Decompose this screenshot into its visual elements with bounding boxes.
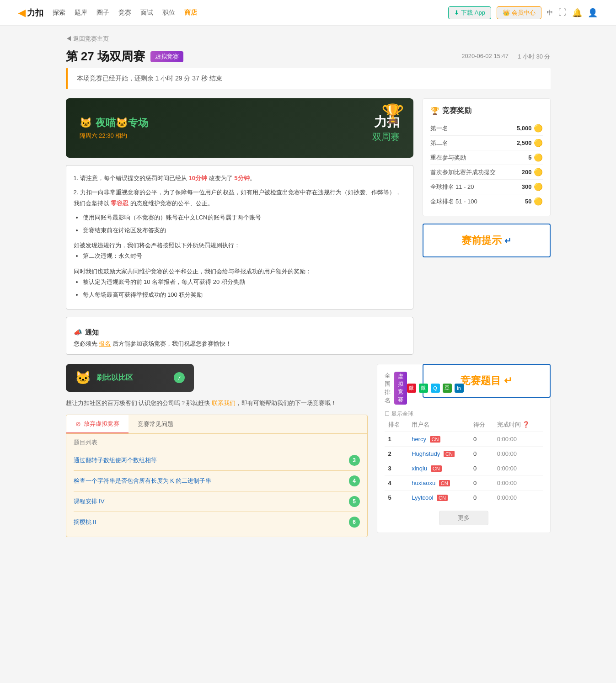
breadcrumb[interactable]: 返回竞赛主页 [66,35,551,43]
problem-row-2: 检查一个字符串是否包含所有长度为 K 的二进制子串 4 [74,471,360,491]
notice-title: 📣 通知 [74,328,406,337]
logo[interactable]: ◀ 力扣 [18,7,43,18]
lb-time-3: 0:00:00 [493,475,543,490]
lb-user-4[interactable]: Lyytcool CN [408,490,470,505]
left-column: 🐱 夜喵🐱专场 隔周六 22:30 相约 力扣 双周赛 🏆 1. 请注意，每个错… [66,98,413,355]
virtual-badge: 虚拟竞赛 [150,51,183,62]
lb-tab-virtual[interactable]: 虚拟竞赛 [394,372,407,405]
coin-icon-3: 🟡 [534,153,543,162]
problem-name-3[interactable]: 课程安排 IV [74,497,105,506]
vip-center-button[interactable]: 👑 会员中心 [497,6,541,19]
prize-val-3: 5🟡 [528,153,542,162]
nav-discuss[interactable]: 圈子 [96,9,109,17]
lb-tab-national[interactable]: 全国排名 [385,372,391,405]
tab-abandon-virtual[interactable]: ⊘ 放弃虚拟竞赛 [66,415,129,433]
contest-info-box: 1. 请注意，每个错误提交的惩罚时间已经从 10分钟 改变为了 5分钟。 2. … [66,165,413,309]
rule1: 1. 请注意，每个错误提交的惩罚时间已经从 10分钟 改变为了 5分钟。 [74,173,406,183]
lb-rank-0: 1 [385,432,408,446]
prize-val-4: 200🟡 [522,168,543,176]
wechat-icon[interactable]: 微 [419,384,428,393]
pretip-arrow: ↵ [504,236,511,245]
lb-user-0[interactable]: hercy CN [408,432,470,446]
tab-area: ⊘ 放弃虚拟竞赛 竞赛常见问题 题目列表 通过翻转子数组使两个数组相等 3 检查… [66,415,368,537]
prize-row-4: 首次参加比赛并成功提交 200🟡 [430,165,543,180]
bottom-left: 🐱 刷比以比区 7 想让力扣社区的百万极客们 认识您的公司吗？那就赶快 联系我们… [66,364,368,537]
notice-bar: 本场竞赛已经开始，还剩余 1 小时 29 分 37 秒 结束 [66,68,551,89]
bottom-area: 🐱 刷比以比区 7 想让力扣社区的百万极客们 认识您的公司吗？那就赶快 联系我们… [66,364,551,537]
download-app-button[interactable]: ⬇ 下载 App [448,6,491,19]
lb-time-2: 0:00:00 [493,461,543,475]
lang-switch[interactable]: 中 [547,9,553,17]
contest-banner: 🐱 夜喵🐱专场 隔周六 22:30 相约 力扣 双周赛 🏆 [66,98,413,158]
tab-header: ⊘ 放弃虚拟竞赛 竞赛常见问题 [66,415,367,434]
lb-table-row: 5 Lyytcool CN 0 0:00:00 [385,490,543,505]
nav-explore[interactable]: 探索 [53,9,65,17]
coin-icon-1: 🟡 [534,124,543,133]
weibo-icon[interactable]: 微 [407,384,416,393]
nav-jobs[interactable]: 职位 [162,9,175,17]
screen-icon[interactable]: ⛶ [558,8,567,17]
register-link[interactable]: 报名 [99,340,111,347]
lb-score-2: 0 [470,461,493,475]
coin-icon-5: 🟡 [534,182,543,191]
nav-interview[interactable]: 面试 [140,9,153,17]
problem-score-2: 4 [349,475,360,486]
prize-row-2: 第二名 2,500🟡 [430,136,543,150]
lb-user-1[interactable]: Hughstudy CN [408,446,470,461]
problem-name-2[interactable]: 检查一个字符串是否包含所有长度为 K 的二进制子串 [74,477,212,485]
main-content: 返回竞赛主页 第 27 场双周赛 虚拟竞赛 2020-06-02 15:47 1… [57,26,560,546]
prize-row-6: 全球排名 51 - 100 50🟡 [430,194,543,208]
contest-duration: 1 小时 30 分 [518,53,551,61]
encourage-title: 同时我们也鼓励大家共同维护竞赛的公平和公正，我们会给与举报成功的用户额外的奖励： [74,266,406,277]
encourage-list: 被认定为违规账号的前 10 名举报者，每人可获得 20 积分奖励 每人每场最高可… [74,277,406,300]
lb-rank-4: 5 [385,490,408,505]
contest-date: 2020-06-02 15:47 [461,53,509,61]
qq-icon[interactable]: Q [431,384,440,393]
penalty-title: 如被发现违规行为，我们将会严格按照以下外所惩罚规则执行： [74,240,406,251]
user-avatar[interactable]: 👤 [588,8,598,18]
lb-user-2[interactable]: xinqiu CN [408,461,470,475]
douban-icon[interactable]: 豆 [443,384,452,393]
notice-section: 📣 通知 您必须先 报名 后方能参加该场竞赛，我们祝愿您参赛愉快！ [66,317,413,355]
nav-right: ⬇ 下载 App 👑 会员中心 中 ⛶ 🔔 👤 [448,6,598,19]
nav-problems[interactable]: 题库 [75,9,87,17]
nav-shop[interactable]: 商店 [184,9,197,17]
bell-icon[interactable]: 🔔 [572,8,582,18]
rule-item-2: 竞赛结束前在讨论区发布答案的 [83,225,406,235]
tab-faq[interactable]: 竞赛常见问题 [129,415,182,433]
linkedin-icon[interactable]: in [455,384,464,393]
trophy-small-icon: 🏆 [430,107,439,115]
problem-name-4[interactable]: 摘樱桃 II [74,518,96,526]
prize-row-3: 重在参与奖励 5🟡 [430,150,543,165]
problem-row-4: 摘樱桃 II 6 [74,512,360,532]
rules-list: 使用同账号最影响（不竞赛的）账号在中文LCN的账号属于两个账号 竞赛结束前在讨论… [74,212,406,235]
problem-name-1[interactable]: 通过翻转子数组使两个数组相等 [74,456,157,464]
banner-left: 🐱 夜喵🐱专场 隔周六 22:30 相约 [80,116,148,140]
prize-name-2: 第二名 [430,139,448,147]
prize-name-4: 首次参加比赛并成功提交 [430,168,496,176]
coin-icon-6: 🟡 [534,197,543,206]
prize-name-3: 重在参与奖励 [430,154,466,162]
lb-global-toggle[interactable]: ☐ 显示全球 [385,410,543,418]
pretip-label: 赛前提示 ↵ [433,234,541,247]
rule2: 2. 力扣一向非常重视竞赛的公平，为了保障每一位用户的权益，如有用户被检查出竞赛… [74,187,406,208]
cat-icon2: 🐱 [75,370,91,385]
lb-table-header: 排名 用户名 得分 完成时间 ❓ [385,418,543,432]
vip-icon: 👑 [503,9,510,16]
lb-score-4: 0 [470,490,493,505]
lb-time-1: 0:00:00 [493,446,543,461]
prize-val-2: 2,500🟡 [517,139,543,147]
lb-user-3[interactable]: huxiaoxu CN [408,475,470,490]
nav-contest[interactable]: 竞赛 [118,9,131,17]
logo-icon: ◀ [18,7,25,18]
col-score: 得分 [470,418,493,432]
promo-link[interactable]: 联系我们 [212,400,236,406]
prize-val-1: 5,000🟡 [517,124,543,133]
two-col-layout: 🐱 夜喵🐱专场 隔周六 22:30 相约 力扣 双周赛 🏆 1. 请注意，每个错… [66,98,551,355]
cat-emoji: 🐱 [80,117,92,129]
lb-more-button[interactable]: 更多 [439,511,488,525]
problem-row-3: 课程安排 IV 5 [74,491,360,512]
lb-rank-1: 2 [385,446,408,461]
lb-table-row: 4 huxiaoxu CN 0 0:00:00 [385,475,543,490]
cat-text: 刷比以比区 [96,373,133,383]
